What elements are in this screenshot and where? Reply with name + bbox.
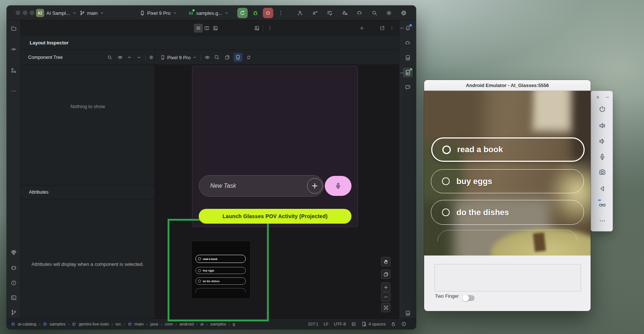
mirror-compare-button[interactable] bbox=[381, 270, 390, 279]
mirror-visibility-button[interactable] bbox=[203, 53, 212, 62]
launch-glasses-pov-button[interactable]: Launch Glasses POV Activity (Projected) bbox=[199, 209, 351, 224]
breadcrumb-item[interactable]: g bbox=[233, 322, 235, 326]
breadcrumb-item[interactable]: ai bbox=[200, 322, 204, 326]
todo-item[interactable]: buy eggs bbox=[431, 169, 584, 193]
glasses-pov-view[interactable]: read a book buy eggs do the dishes bbox=[424, 91, 591, 255]
code-with-me-button[interactable] bbox=[399, 9, 408, 17]
search-everywhere-button[interactable] bbox=[370, 9, 379, 17]
editor-preview-button[interactable] bbox=[211, 24, 220, 33]
sidebar-item-problems[interactable] bbox=[9, 278, 19, 288]
encoding[interactable]: UTF-8 bbox=[334, 322, 346, 326]
breadcrumb-item[interactable]: samples bbox=[210, 322, 226, 326]
emulator-power-button[interactable] bbox=[598, 105, 606, 113]
window-minimize-button[interactable] bbox=[23, 10, 27, 15]
emulator-camera-button[interactable] bbox=[598, 168, 606, 176]
emulator-volume-down-button[interactable] bbox=[598, 137, 606, 145]
profiler-button[interactable] bbox=[325, 9, 334, 17]
add-device-tab-button[interactable] bbox=[357, 24, 366, 33]
sidebar-item-terminal[interactable] bbox=[9, 293, 19, 303]
breadcrumb-item[interactable]: java bbox=[150, 322, 158, 326]
mirror-layers-button[interactable] bbox=[223, 53, 232, 62]
zoom-out-button[interactable] bbox=[381, 292, 390, 301]
panel-options-button[interactable] bbox=[387, 24, 396, 33]
zoom-fit-button[interactable] bbox=[381, 303, 390, 312]
sidebar-item-structure[interactable] bbox=[9, 66, 19, 75]
notifications-status-icon[interactable] bbox=[401, 321, 406, 327]
voice-input-button[interactable] bbox=[325, 176, 351, 196]
running-devices-menu-button[interactable] bbox=[265, 24, 274, 33]
emulator-mic-button[interactable] bbox=[598, 153, 606, 160]
sidebar-item-commit[interactable] bbox=[9, 44, 19, 54]
sidebar-item-device-explorer[interactable] bbox=[403, 53, 413, 63]
radio-icon[interactable] bbox=[442, 146, 451, 154]
indent-widget[interactable]: 4 spaces bbox=[361, 321, 386, 327]
build-button[interactable] bbox=[296, 9, 305, 17]
rerun-button[interactable] bbox=[237, 8, 248, 18]
device-selector[interactable]: Pixel 9 Pro bbox=[140, 6, 177, 20]
project-selector[interactable]: AI AI Sampl... bbox=[36, 6, 77, 20]
sidebar-item-gemini-chat[interactable] bbox=[403, 83, 413, 92]
gradle-sync-button[interactable] bbox=[355, 9, 364, 17]
sidebar-item-layout-inspector[interactable] bbox=[403, 308, 413, 318]
mirror-live-inspect-toggle[interactable] bbox=[234, 53, 242, 62]
zoom-in-button[interactable] bbox=[381, 283, 390, 292]
apply-changes-button[interactable] bbox=[310, 9, 319, 17]
emulator-title-bar[interactable]: Android Emulator - AI_Glasses:5556 bbox=[424, 80, 591, 91]
emulator-glasses-button[interactable] bbox=[598, 201, 606, 208]
caret-position[interactable]: 107:1 bbox=[308, 322, 318, 326]
tree-collapse-button[interactable] bbox=[135, 53, 143, 62]
sidebar-item-git[interactable] bbox=[9, 308, 19, 317]
breadcrumb-item[interactable]: samples bbox=[50, 322, 66, 326]
open-in-window-button[interactable] bbox=[378, 24, 387, 33]
window-close-button[interactable] bbox=[16, 10, 20, 15]
radio-icon[interactable] bbox=[442, 177, 450, 185]
emulator-minimize-button[interactable] bbox=[604, 93, 611, 101]
tree-visibility-button[interactable] bbox=[116, 53, 125, 62]
emulator-close-button[interactable] bbox=[594, 93, 601, 101]
radio-icon[interactable] bbox=[442, 208, 450, 216]
editor-list-view-button[interactable] bbox=[194, 24, 203, 33]
two-finger-toggle[interactable] bbox=[462, 295, 475, 301]
add-task-button[interactable] bbox=[307, 178, 323, 194]
tree-expand-button[interactable] bbox=[125, 53, 134, 62]
line-ending[interactable]: LF bbox=[324, 322, 328, 326]
breadcrumb-item[interactable]: src bbox=[115, 322, 121, 326]
todo-item-selected[interactable]: read a book bbox=[431, 137, 585, 162]
more-run-actions-button[interactable] bbox=[276, 9, 285, 17]
sidebar-item-logcat[interactable] bbox=[9, 263, 19, 273]
editor-split-view-button[interactable] bbox=[202, 24, 211, 33]
todo-item[interactable]: do the dishes bbox=[431, 200, 584, 225]
emulator-more-button[interactable] bbox=[598, 217, 606, 224]
breadcrumb-item[interactable]: ai-catalog bbox=[18, 322, 36, 326]
sidebar-item-gemini[interactable] bbox=[9, 248, 19, 257]
sidebar-item-project[interactable] bbox=[9, 24, 19, 33]
window-zoom-button[interactable] bbox=[30, 10, 34, 15]
sidebar-item-gradle[interactable] bbox=[403, 38, 413, 48]
mirror-device-selector[interactable]: Pixel 9 Pro bbox=[160, 50, 197, 65]
breadcrumb-item[interactable]: gemini-live-todo bbox=[79, 322, 109, 326]
emulator-volume-up-button[interactable] bbox=[598, 122, 606, 129]
running-devices-screenshot-button[interactable] bbox=[252, 24, 261, 33]
touchpad-area[interactable] bbox=[435, 264, 581, 291]
lock-open-icon[interactable] bbox=[391, 321, 396, 327]
mirror-screenshot-button[interactable] bbox=[212, 53, 221, 62]
mirror-pan-button[interactable] bbox=[381, 257, 390, 266]
settings-button[interactable] bbox=[384, 9, 393, 17]
attach-debugger-button[interactable] bbox=[340, 9, 349, 17]
glasses-pov-thumbnail: read a book buy eggs do the dishes bbox=[191, 241, 251, 299]
mirror-refresh-button[interactable] bbox=[244, 53, 253, 62]
panel-hide-button[interactable] bbox=[397, 24, 406, 33]
emulator-back-button[interactable] bbox=[598, 185, 606, 192]
vcs-branch-selector[interactable]: main bbox=[80, 6, 104, 20]
breadcrumb-item[interactable]: com bbox=[165, 322, 173, 326]
new-task-input[interactable]: New Task bbox=[199, 175, 324, 197]
run-configuration-selector[interactable]: samples.g... bbox=[188, 6, 229, 20]
tree-search-button[interactable] bbox=[105, 53, 114, 62]
breadcrumb-item[interactable]: android bbox=[179, 322, 194, 326]
sidebar-item-more[interactable] bbox=[9, 86, 19, 96]
stop-button[interactable] bbox=[263, 8, 273, 18]
debug-button[interactable] bbox=[251, 9, 260, 17]
breadcrumb-item[interactable]: main bbox=[135, 322, 144, 326]
commit-icon bbox=[11, 46, 17, 52]
indent-config-icon[interactable] bbox=[351, 321, 356, 327]
